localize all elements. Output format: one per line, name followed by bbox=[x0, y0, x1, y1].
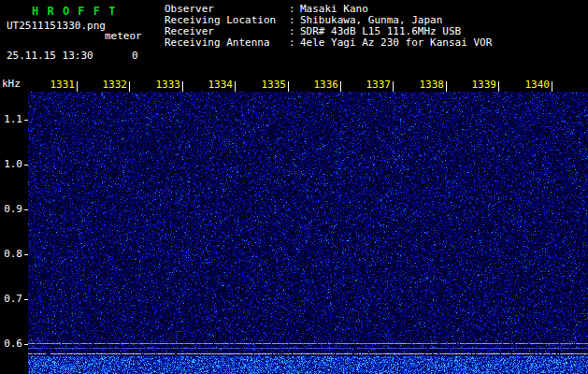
x-tick-mark bbox=[77, 81, 78, 92]
x-tick-mark bbox=[446, 81, 447, 92]
x-tick-label: 1331 bbox=[36, 79, 75, 91]
info-value: 4ele Yagi Az 230 for Kansai VOR bbox=[300, 36, 492, 49]
observer-info-block: Observer:Masaki Kano Receiving Location:… bbox=[165, 4, 492, 49]
y-tick-label: 1.1 bbox=[0, 113, 22, 125]
x-tick-mark bbox=[288, 81, 289, 92]
y-tick-label: 1.0 bbox=[0, 158, 22, 170]
info-colon: : bbox=[289, 37, 300, 49]
x-tick-mark bbox=[182, 81, 183, 92]
station-label: meteor bbox=[105, 30, 142, 42]
output-filename: UT2511151330.png bbox=[7, 20, 106, 32]
x-tick-label: 1340 bbox=[510, 79, 550, 91]
app-title: H R O F F T bbox=[32, 5, 116, 18]
y-axis-unit-label: kHz bbox=[2, 78, 21, 90]
y-tick-label: 0.8 bbox=[0, 248, 22, 260]
y-tick-label: 0.9 bbox=[0, 203, 22, 215]
y-tick-label: 0.7 bbox=[0, 293, 22, 305]
x-tick-label: 1332 bbox=[88, 79, 127, 91]
x-tick-mark bbox=[340, 81, 341, 92]
echo-count: 0 bbox=[132, 50, 138, 62]
x-tick-mark bbox=[129, 81, 130, 92]
x-tick-mark bbox=[393, 81, 394, 92]
y-tick-label: 0.6 bbox=[0, 338, 22, 350]
spectrogram-canvas bbox=[28, 92, 588, 374]
x-tick-label: 1335 bbox=[247, 79, 286, 91]
x-tick-mark bbox=[235, 81, 236, 92]
x-tick-label: 1333 bbox=[141, 79, 180, 91]
x-tick-label: 1334 bbox=[194, 79, 233, 91]
hrofft-screen: H R O F F T UT2511151330.png meteor 25.1… bbox=[0, 0, 588, 374]
x-tick-label: 1339 bbox=[457, 79, 496, 91]
x-tick-mark bbox=[552, 81, 552, 92]
info-row-antenna: Receiving Antenna:4ele Yagi Az 230 for K… bbox=[165, 37, 492, 49]
timestamp: 25.11.15 13:30 bbox=[7, 50, 93, 62]
info-label: Receiving Antenna bbox=[165, 37, 289, 49]
x-tick-label: 1338 bbox=[405, 79, 444, 91]
x-tick-label: 1336 bbox=[299, 79, 338, 91]
x-tick-label: 1337 bbox=[351, 79, 391, 91]
x-tick-mark bbox=[498, 81, 499, 92]
